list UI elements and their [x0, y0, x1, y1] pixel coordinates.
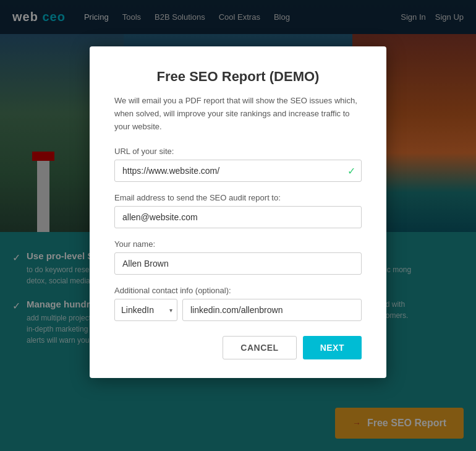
name-label: Your name: — [114, 239, 362, 249]
url-input[interactable] — [114, 160, 362, 182]
email-input[interactable] — [114, 206, 362, 228]
name-field-group: Your name: — [114, 239, 362, 275]
cancel-button[interactable]: CANCEL — [223, 336, 296, 359]
contact-type-select[interactable]: LinkedIn Twitter Facebook Skype — [114, 299, 177, 321]
email-label: Email address to send the SEO audit repo… — [114, 193, 362, 202]
name-input[interactable] — [114, 252, 362, 275]
modal-buttons: CANCEL NEXT — [114, 336, 362, 359]
modal-title: Free SEO Report (DEMO) — [114, 69, 362, 85]
modal-description: We will email you a PDF report that will… — [114, 95, 362, 133]
contact-type-wrapper: LinkedIn Twitter Facebook Skype ▾ — [114, 299, 177, 321]
contact-field-group: Additional contact info (optional): Link… — [114, 286, 362, 321]
url-input-wrapper: ✓ — [114, 160, 362, 182]
url-valid-icon: ✓ — [347, 165, 355, 177]
url-field-group: URL of your site: ✓ — [114, 147, 362, 182]
modal-dialog: Free SEO Report (DEMO) We will email you… — [90, 46, 386, 378]
next-button[interactable]: NEXT — [303, 336, 362, 359]
email-field-group: Email address to send the SEO audit repo… — [114, 193, 362, 228]
url-label: URL of your site: — [114, 147, 362, 156]
contact-label: Additional contact info (optional): — [114, 286, 362, 295]
contact-value-input[interactable] — [182, 299, 362, 321]
contact-row: LinkedIn Twitter Facebook Skype ▾ — [114, 299, 362, 321]
